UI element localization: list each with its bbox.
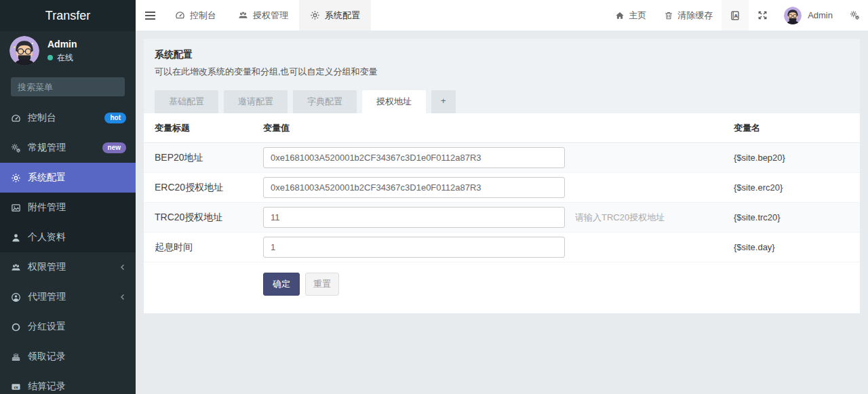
user-status: 在线 [57,52,73,64]
cogs-icon [850,10,860,20]
svg-text:A: A [734,13,738,18]
nav-user-menu[interactable]: Admin [776,0,841,31]
config-tabs: 基础配置 邀请配置 字典配置 授权地址 + [155,90,849,113]
submit-button[interactable]: 确定 [263,273,300,296]
gear-icon [11,173,21,183]
clear-cache-label: 清除缓存 [677,9,713,22]
nav-tab-label: 授权管理 [253,9,288,22]
table-header-row: 变量标题 变量值 变量名 [144,113,860,143]
sidebar-item-label: 代理管理 [28,291,119,303]
sidebar-item-label: 控制台 [28,112,104,124]
reset-button[interactable]: 重置 [305,273,339,296]
row-variable-name: {$site.erc20} [734,182,849,193]
users-icon [11,262,21,273]
col-header-value: 变量值 [263,122,570,134]
tab-invite-config[interactable]: 邀请配置 [224,90,288,113]
bep20-address-input[interactable] [263,147,565,168]
home-link[interactable]: 主页 [606,0,655,31]
sidebar-item-agents[interactable]: 代理管理 [0,282,136,312]
gear-icon [310,10,320,20]
sidebar-item-dividends[interactable]: 分红设置 [0,312,136,342]
sidebar-item-permissions[interactable]: 权限管理 [0,252,136,282]
row-variable-name: {$site.bep20} [734,153,849,163]
trc20-address-input[interactable] [263,207,565,228]
cs-card-icon: cs [11,382,21,392]
sidebar-item-attachments[interactable]: 附件管理 [0,193,136,222]
cake-icon [11,352,21,362]
hamburger-menu-icon[interactable] [136,0,164,31]
page-subtitle: 可以在此增改系统的变量和分组,也可以自定义分组和变量 [155,66,849,78]
fullscreen-button[interactable] [749,0,776,31]
table-row: ERC20授权地址 {$site.erc20} [144,173,860,203]
page-title: 系统配置 [155,49,849,61]
circle-icon [11,322,21,332]
svg-text:cs: cs [14,385,18,389]
top-navbar: 控制台 授权管理 系统配置 主页 清除缓存 A Admin [136,0,868,31]
dashboard-icon [175,10,185,20]
row-hint: 请输入TRC20授权地址 [570,212,734,224]
tab-basic-config[interactable]: 基础配置 [155,90,218,113]
check-update-button[interactable]: A [722,0,749,31]
row-title: 起息时间 [155,241,263,254]
row-variable-name: {$site.day} [734,242,849,252]
sidebar-menu: 控制台 hot 常规管理 new 系统配置 附件管理 个人资料 权限管理 [0,103,136,394]
sidebar-item-label: 系统配置 [28,172,126,184]
user-icon [11,233,21,243]
nav-tab-dashboard[interactable]: 控制台 [164,0,227,31]
table-row: 起息时间 {$site.day} [144,233,860,262]
tab-authorization-address[interactable]: 授权地址 [362,90,426,113]
app-logo[interactable]: Transfer [0,0,136,31]
sidebar-search [11,77,125,96]
search-input[interactable] [18,82,137,92]
erc20-address-input[interactable] [263,177,565,198]
sidebar-item-label: 领取记录 [28,351,126,363]
trash-icon [664,11,673,20]
settings-button[interactable] [841,0,868,31]
sidebar-item-dashboard[interactable]: 控制台 hot [0,103,136,133]
nav-tab-system-config[interactable]: 系统配置 [299,0,371,31]
sidebar-item-claims[interactable]: 领取记录 [0,342,136,372]
add-tab-button[interactable]: + [431,90,456,113]
sidebar-item-system-config[interactable]: 系统配置 [0,163,136,193]
sidebar-item-label: 分红设置 [28,321,126,333]
image-icon [11,203,21,213]
new-badge: new [102,142,126,153]
sidebar-item-profile[interactable]: 个人资料 [0,222,136,252]
users-icon [238,10,248,20]
sidebar-item-label: 常规管理 [28,142,102,154]
table-row: TRC20授权地址 请输入TRC20授权地址 {$site.trc20} [144,203,860,233]
row-title: ERC20授权地址 [155,182,263,194]
col-header-name: 变量名 [734,122,849,134]
sidebar-item-label: 附件管理 [28,201,126,214]
sidebar-item-label: 个人资料 [28,231,126,243]
table-row: BEP20地址 {$site.bep20} [144,143,860,173]
clear-cache-link[interactable]: 清除缓存 [655,0,722,31]
sidebar: Transfer Admin 在线 控制台 hot 常规管理 new [0,0,136,394]
nav-tab-label: 系统配置 [325,9,360,22]
chevron-left-icon [119,264,126,271]
sidebar-item-general[interactable]: 常规管理 new [0,133,136,163]
home-link-label: 主页 [629,9,646,22]
sidebar-item-label: 权限管理 [28,261,119,273]
sidebar-submenu: 系统配置 附件管理 个人资料 [0,163,136,252]
doc-a-icon: A [730,10,741,21]
dashboard-icon [11,113,21,123]
home-icon [615,11,625,20]
user-name: Admin [47,39,77,50]
avatar [9,36,39,66]
tab-dictionary-config[interactable]: 字典配置 [293,90,357,113]
sidebar-item-settlements[interactable]: cs 结算记录 [0,372,136,394]
interest-start-input[interactable] [263,237,565,258]
expand-icon [757,10,768,20]
user-circle-icon [11,292,21,302]
online-dot-icon [47,55,53,60]
row-title: BEP20地址 [155,152,263,164]
sidebar-item-label: 结算记录 [28,380,126,393]
row-variable-name: {$site.trc20} [734,212,849,222]
nav-tab-authorization[interactable]: 授权管理 [227,0,299,31]
hot-badge: hot [104,113,126,123]
row-title: TRC20授权地址 [155,212,263,224]
col-header-title: 变量标题 [155,122,263,134]
avatar [784,7,802,24]
config-table: 变量标题 变量值 变量名 BEP20地址 {$site.bep20} ERC20… [144,113,860,313]
